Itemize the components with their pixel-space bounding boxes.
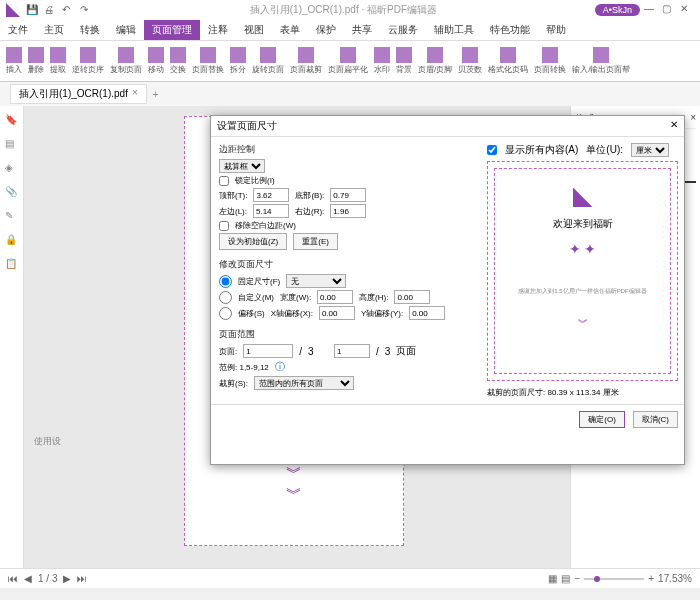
menu-3[interactable]: 编辑 [108, 20, 144, 40]
menu-0[interactable]: 文件 [0, 20, 36, 40]
document-tabs: 插入引用(1)_OCR(1).pdf × + [0, 82, 700, 106]
ribbon-btn-12[interactable]: 水印 [372, 45, 392, 77]
layers-icon[interactable]: ◈ [5, 162, 19, 176]
page-from-input[interactable] [243, 344, 293, 358]
user-badge[interactable]: A•SkJn [595, 4, 640, 16]
ribbon-btn-9[interactable]: 旋转页面 [250, 45, 286, 77]
top-input[interactable] [253, 188, 289, 202]
thumbnails-icon[interactable]: ▤ [5, 138, 19, 152]
ribbon-btn-1[interactable]: 删除 [26, 45, 46, 77]
ribbon-btn-5[interactable]: 移动 [146, 45, 166, 77]
minimize-icon[interactable]: — [644, 3, 658, 17]
right-input[interactable] [330, 204, 366, 218]
ribbon-btn-16[interactable]: 格式化页码 [486, 45, 530, 77]
save-icon[interactable]: 💾 [26, 4, 38, 16]
menu-2[interactable]: 转换 [72, 20, 108, 40]
menu-9[interactable]: 共享 [344, 20, 380, 40]
menu-13[interactable]: 帮助 [538, 20, 574, 40]
panel-close-icon[interactable]: × [690, 112, 696, 126]
menu-10[interactable]: 云服务 [380, 20, 426, 40]
scope-label: 裁剪(S): [219, 378, 248, 389]
ribbon-btn-6[interactable]: 交换 [168, 45, 188, 77]
print-icon[interactable]: 🖨 [44, 4, 56, 16]
zoom-out-icon[interactable]: − [574, 573, 580, 584]
ribbon-btn-14[interactable]: 页眉/页脚 [416, 45, 454, 77]
view-mode-1-icon[interactable]: ▦ [548, 573, 557, 584]
menu-12[interactable]: 特色功能 [482, 20, 538, 40]
clipboard-icon[interactable]: 📋 [5, 258, 19, 272]
zoom-slider[interactable] [584, 578, 644, 580]
page-total-2: 3 [385, 346, 391, 357]
show-all-checkbox[interactable] [487, 145, 497, 155]
height-input[interactable] [394, 290, 430, 304]
left-input[interactable] [253, 204, 289, 218]
menu-4[interactable]: 页面管理 [144, 20, 200, 40]
bottom-input[interactable] [330, 188, 366, 202]
security-icon[interactable]: 🔒 [5, 234, 19, 248]
menu-7[interactable]: 表单 [272, 20, 308, 40]
maximize-icon[interactable]: ▢ [662, 3, 676, 17]
preview-subtitle: 感谢您加入到1.5亿用户一样信任福昕PDF编辑器 [503, 287, 662, 296]
width-label: 宽度(W): [280, 292, 311, 303]
chevron-icon: ︾ [503, 316, 662, 330]
ok-button[interactable]: 确定(O) [579, 411, 625, 428]
menu-8[interactable]: 保护 [308, 20, 344, 40]
undo-icon[interactable]: ↶ [62, 4, 74, 16]
custom-radio[interactable] [219, 291, 232, 304]
ribbon-btn-10[interactable]: 页面裁剪 [288, 45, 324, 77]
dialog-preview: 欢迎来到福昕 ✦ ✦ 感谢您加入到1.5亿用户一样信任福昕PDF编辑器 ︾ [487, 161, 678, 381]
show-all-label: 显示所有内容(A) [505, 143, 578, 157]
ribbon-btn-7[interactable]: 页面替换 [190, 45, 226, 77]
view-mode-2-icon[interactable]: ▤ [561, 573, 570, 584]
cancel-button[interactable]: 取消(C) [633, 411, 678, 428]
constrain-checkbox[interactable] [219, 176, 229, 186]
menu-1[interactable]: 主页 [36, 20, 72, 40]
ribbon-btn-15[interactable]: 贝茨数 [456, 45, 484, 77]
ribbon-btn-0[interactable]: 插入 [4, 45, 24, 77]
ribbon-btn-18[interactable]: 输入/输出页面帮 [570, 45, 632, 77]
ribbon-btn-8[interactable]: 拆分 [228, 45, 248, 77]
unit-select[interactable]: 厘米 [631, 143, 669, 157]
xoff-input[interactable] [319, 306, 355, 320]
menu-11[interactable]: 辅助工具 [426, 20, 482, 40]
ribbon-btn-13[interactable]: 背景 [394, 45, 414, 77]
remove-white-checkbox[interactable] [219, 221, 229, 231]
ribbon-btn-17[interactable]: 页面转换 [532, 45, 568, 77]
last-page-icon[interactable]: ⏭ [77, 573, 87, 584]
ribbon-btn-4[interactable]: 复制页面 [108, 45, 144, 77]
tab-label: 插入引用(1)_OCR(1).pdf [19, 87, 128, 101]
ribbon-btn-11[interactable]: 页面扁平化 [326, 45, 370, 77]
ribbon-btn-2[interactable]: 提取 [48, 45, 68, 77]
menu-6[interactable]: 视图 [236, 20, 272, 40]
bookmark-icon[interactable]: 🔖 [5, 114, 19, 128]
new-tab-button[interactable]: + [147, 89, 165, 100]
zoom-in-icon[interactable]: + [648, 573, 654, 584]
yoff-input[interactable] [409, 306, 445, 320]
prev-page-icon[interactable]: ◀ [24, 573, 32, 584]
height-label: 高度(H): [359, 292, 388, 303]
page-word: 页面 [396, 344, 416, 358]
attachments-icon[interactable]: 📎 [5, 186, 19, 200]
close-icon[interactable]: ✕ [680, 3, 694, 17]
fixed-radio[interactable] [219, 275, 232, 288]
ribbon-btn-3[interactable]: 逆转页序 [70, 45, 106, 77]
width-input[interactable] [317, 290, 353, 304]
crop-box-select[interactable]: 裁算框 [219, 159, 265, 173]
preview-deco: ✦ ✦ [503, 241, 662, 257]
reset-crop-button[interactable]: 设为初始值(Z) [219, 233, 287, 250]
signatures-icon[interactable]: ✎ [5, 210, 19, 224]
reset-button[interactable]: 重置(E) [293, 233, 338, 250]
fixed-label: 固定尺寸(F) [238, 276, 280, 287]
info-icon[interactable]: ⓘ [275, 360, 285, 374]
page-to-input[interactable] [334, 344, 370, 358]
next-page-icon[interactable]: ▶ [63, 573, 71, 584]
tab-close-icon[interactable]: × [132, 87, 138, 101]
redo-icon[interactable]: ↷ [80, 4, 92, 16]
first-page-icon[interactable]: ⏮ [8, 573, 18, 584]
fixed-select[interactable]: 无 [286, 274, 346, 288]
menu-5[interactable]: 注释 [200, 20, 236, 40]
scope-select[interactable]: 范围内的所有页面 [254, 376, 354, 390]
dialog-close-icon[interactable]: ✕ [670, 119, 678, 133]
document-tab[interactable]: 插入引用(1)_OCR(1).pdf × [10, 84, 147, 104]
offset-radio[interactable] [219, 307, 232, 320]
